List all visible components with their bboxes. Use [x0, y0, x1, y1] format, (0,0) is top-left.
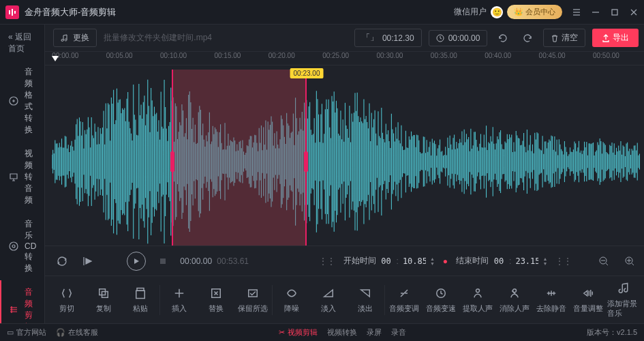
start-up[interactable]: ▲: [430, 256, 435, 261]
selection-handle-left[interactable]: [170, 151, 174, 172]
range-bracket-icon: ⋮⋮: [319, 256, 335, 266]
svg-line-21: [606, 263, 608, 265]
tool-10[interactable]: 音频变速: [423, 283, 459, 316]
end-mm[interactable]: [493, 256, 505, 266]
headset-icon: 🎧: [56, 328, 65, 337]
tool-7[interactable]: 淡入: [311, 283, 346, 316]
tool-4[interactable]: 替换: [198, 283, 234, 316]
svg-rect-0: [9, 10, 10, 14]
tool-14[interactable]: 音量调整: [570, 283, 606, 316]
user-avatar-icon[interactable]: 🙂: [491, 6, 503, 18]
end-up[interactable]: ▲: [542, 256, 547, 261]
clear-button[interactable]: 清空: [543, 29, 585, 47]
tool-icon: [172, 286, 187, 301]
tool-icon: [358, 286, 373, 301]
tool-5[interactable]: 保留所选: [235, 283, 271, 316]
undo-button[interactable]: [494, 29, 512, 47]
tool-palette: 剪切复制粘贴插入替换保留所选降噪淡入淡出音频变调音频变速提取人声消除人声去除静音…: [45, 276, 644, 323]
tool-1[interactable]: 复制: [86, 283, 121, 316]
tool-0[interactable]: 剪切: [49, 283, 85, 316]
selection-handle-right[interactable]: [304, 151, 308, 172]
tool-8[interactable]: 淡出: [348, 283, 383, 316]
svg-rect-19: [160, 258, 166, 264]
start-down[interactable]: ▼: [430, 261, 435, 266]
tab-video-edit[interactable]: ✂视频剪辑: [279, 327, 318, 338]
waveform-container[interactable]: 00:23.00: [52, 70, 640, 246]
tool-2[interactable]: 粘贴: [123, 283, 158, 316]
sidebar-item-1[interactable]: 视频转音频: [0, 142, 44, 212]
stop-button[interactable]: [154, 252, 172, 270]
trash-icon: [551, 34, 559, 42]
tool-13[interactable]: 去除静音: [534, 283, 569, 316]
service-link[interactable]: 🎧在线客服: [56, 327, 98, 338]
start-ss[interactable]: [403, 256, 426, 266]
tool-6[interactable]: 降噪: [274, 283, 309, 316]
music-note-icon: [61, 34, 69, 42]
monitor-icon: ▭: [7, 328, 14, 337]
sidebar-item-0[interactable]: 音频格式转换: [0, 60, 44, 142]
sidebar-item-3[interactable]: 音频剪辑: [0, 280, 44, 323]
sidebar-icon: [8, 241, 19, 252]
svg-point-10: [10, 242, 18, 250]
marker-icon: ●: [443, 256, 448, 266]
start-mm[interactable]: [380, 256, 393, 266]
sidebar-icon: [8, 304, 19, 315]
window-buttons: [572, 8, 639, 17]
redo-button[interactable]: [519, 29, 536, 47]
menu-icon[interactable]: [572, 8, 581, 17]
version: 版本号：v2.1.5: [587, 327, 637, 338]
tool-icon: [617, 281, 632, 296]
tool-icon: [321, 286, 336, 301]
tool-12[interactable]: 消除人声: [497, 283, 532, 316]
play-selection-button[interactable]: [79, 252, 97, 270]
play-button[interactable]: [127, 252, 146, 271]
tool-15[interactable]: 添加背景音乐: [607, 278, 643, 321]
tab-audio-record[interactable]: 录音: [391, 327, 406, 338]
titlebar: 金舟音频大师-音频剪辑 微信用户 🙂 👑 会员中心: [0, 0, 644, 25]
tool-icon: [544, 286, 559, 301]
waveform[interactable]: [52, 70, 640, 246]
content: 更换 批量修改文件夹创建时间.mp4 「」 00:12.30 00:00.00 …: [45, 25, 644, 323]
tool-9[interactable]: 音频变调: [386, 283, 422, 316]
clock-icon: [436, 34, 444, 42]
change-file-button[interactable]: 更换: [53, 29, 97, 47]
statusbar: ▭官方网站 🎧在线客服 ✂视频剪辑 视频转换 录屏 录音 版本号：v2.1.5: [0, 323, 644, 341]
export-button[interactable]: 导出: [592, 29, 639, 47]
zoom-in-button[interactable]: [621, 252, 639, 270]
tool-icon: [245, 286, 260, 301]
playback-time: 00:00.00 00:53.61: [180, 256, 249, 266]
selection-duration-box: 「」 00:12.30: [354, 29, 422, 47]
bracket-icon: 「」: [362, 32, 378, 44]
tool-3[interactable]: 插入: [162, 283, 197, 316]
back-home-link[interactable]: « 返回首页: [0, 26, 44, 60]
tool-icon: [59, 286, 74, 301]
svg-rect-7: [612, 10, 617, 15]
svg-rect-30: [136, 291, 145, 298]
sidebar-icon: [8, 172, 19, 183]
sidebar-item-2[interactable]: 音乐CD转换: [0, 212, 44, 280]
end-ss[interactable]: [515, 256, 538, 266]
tab-video-convert[interactable]: 视频转换: [327, 327, 357, 338]
scissors-icon: ✂: [279, 328, 285, 337]
start-time-input[interactable]: 开始时间 : ▲▼: [343, 255, 435, 267]
time-ruler[interactable]: 00:00.0000:05.0000:10.0000:15.0000:20.00…: [45, 52, 644, 65]
export-icon: [602, 34, 610, 42]
svg-rect-1: [12, 9, 13, 16]
app-title: 金舟音频大师-音频剪辑: [25, 6, 454, 18]
tab-screen-record[interactable]: 录屏: [367, 327, 382, 338]
vip-button[interactable]: 👑 会员中心: [507, 5, 562, 19]
minimize-icon[interactable]: [591, 8, 600, 17]
zoom-out-button[interactable]: [595, 252, 613, 270]
close-icon[interactable]: [629, 8, 639, 17]
website-link[interactable]: ▭官方网站: [7, 327, 46, 338]
playhead-icon[interactable]: [52, 56, 59, 61]
maximize-icon[interactable]: [610, 8, 619, 17]
end-down[interactable]: ▼: [542, 261, 547, 266]
tool-11[interactable]: 提取人声: [460, 283, 495, 316]
total-duration-box: 00:00.00: [429, 30, 488, 46]
loop-button[interactable]: [53, 252, 71, 270]
end-time-input[interactable]: 结束时间 : ▲▼: [456, 255, 547, 267]
svg-point-33: [476, 289, 480, 293]
svg-point-15: [65, 39, 67, 41]
selection-region[interactable]: [172, 70, 307, 246]
